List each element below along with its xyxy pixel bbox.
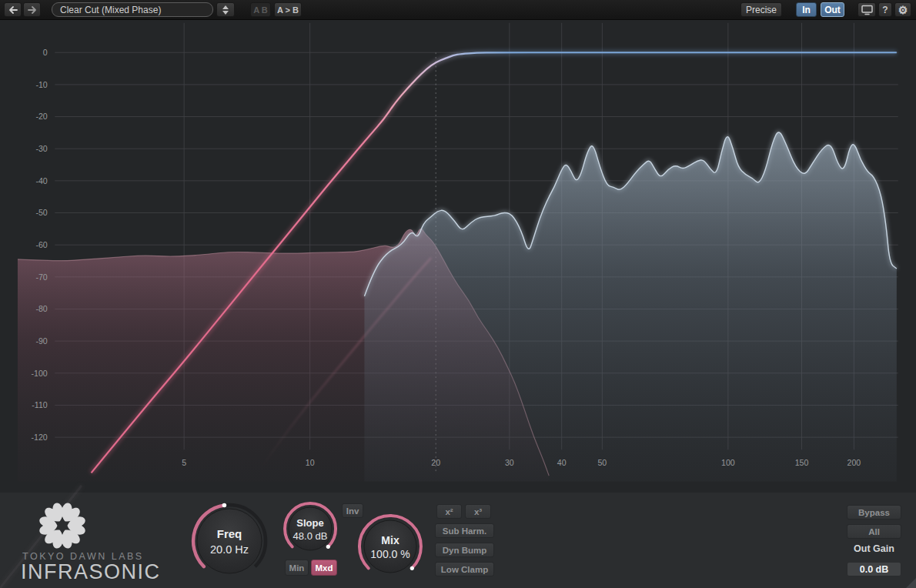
preset-forward-button[interactable] <box>23 2 41 17</box>
help-button[interactable]: ? <box>878 2 892 17</box>
knob-body <box>289 507 332 550</box>
knob-label: Freq <box>217 527 242 540</box>
svg-text:10: 10 <box>306 458 315 467</box>
precise-button[interactable]: Precise <box>740 2 782 17</box>
low-clamp-button[interactable]: Low Clamp <box>435 562 494 576</box>
svg-text:-30: -30 <box>35 144 47 153</box>
stepper-up-icon[interactable] <box>222 5 229 9</box>
preset-back-button[interactable] <box>4 2 22 17</box>
dyn-bump-button[interactable]: Dyn Bump <box>435 543 494 557</box>
svg-text:-10: -10 <box>35 80 47 89</box>
bypass-all-button[interactable]: All <box>847 524 901 539</box>
svg-text:50: 50 <box>597 458 607 467</box>
knob-body <box>364 520 416 573</box>
svg-text:30: 30 <box>505 458 514 467</box>
knob-indicator-dot <box>222 503 227 508</box>
x3-button[interactable]: x³ <box>465 504 491 519</box>
svg-text:150: 150 <box>795 458 809 467</box>
svg-text:-80: -80 <box>35 304 47 313</box>
preset-stepper[interactable] <box>216 2 235 17</box>
sub-harmonics-button[interactable]: Sub Harm. <box>435 523 494 538</box>
svg-text:-60: -60 <box>35 240 47 249</box>
knob-value: 20.0 Hz <box>210 543 249 556</box>
toolbar: Clear Cut (Mixed Phase) A B A > B Precis… <box>0 0 916 20</box>
bypass-button[interactable]: Bypass <box>847 505 901 520</box>
knob-indicator-dot <box>410 566 414 570</box>
knob-label: Mix <box>381 534 399 546</box>
help-icon: ? <box>882 5 888 15</box>
svg-text:200: 200 <box>847 458 861 467</box>
invert-button[interactable]: Inv <box>342 503 363 518</box>
svg-text:5: 5 <box>182 458 186 467</box>
spectrum-display[interactable]: 0-10-20-30-40-50-60-70-80-90-100-110-120… <box>0 19 916 493</box>
svg-text:-100: -100 <box>32 369 48 378</box>
out-gain-label: Out Gain <box>847 543 901 554</box>
resize-grip[interactable] <box>906 578 916 588</box>
svg-text:-40: -40 <box>35 176 47 185</box>
svg-text:0: 0 <box>43 48 48 57</box>
svg-text:-120: -120 <box>32 433 48 442</box>
phase-min-button[interactable]: Min <box>285 560 309 576</box>
preset-name: Clear Cut (Mixed Phase) <box>60 5 161 15</box>
display-mode-button[interactable] <box>857 2 876 17</box>
ab-copy-button[interactable]: A > B <box>274 2 302 17</box>
stepper-down-icon[interactable] <box>222 11 229 15</box>
knob-indicator-dot <box>326 545 330 549</box>
knob-body <box>197 509 262 573</box>
knob-label: Slope <box>296 517 323 529</box>
tdl-flower-logo <box>38 502 86 550</box>
phase-mixed-button[interactable]: Mxd <box>311 560 337 576</box>
freq-knob[interactable]: Freq 20.0 Hz <box>185 496 274 586</box>
svg-text:40: 40 <box>557 458 567 467</box>
forward-arrow-icon <box>26 5 38 15</box>
svg-text:-50: -50 <box>35 208 47 217</box>
back-arrow-icon <box>7 5 19 15</box>
svg-text:-90: -90 <box>35 336 47 346</box>
settings-button[interactable]: ⚙ <box>894 2 911 17</box>
slope-knob[interactable]: Slope 48.0 dB <box>279 498 341 560</box>
plugin-window: Clear Cut (Mixed Phase) A B A > B Precis… <box>0 0 916 588</box>
svg-text:20: 20 <box>431 458 440 467</box>
knob-value: 100.0 % <box>370 548 410 560</box>
preset-selector[interactable]: Clear Cut (Mixed Phase) <box>52 2 213 17</box>
x2-button[interactable]: x² <box>436 504 462 519</box>
svg-text:-70: -70 <box>35 272 47 282</box>
svg-text:100: 100 <box>721 458 735 467</box>
knob-value: 48.0 dB <box>293 530 328 542</box>
ab-toggle-button[interactable]: A B <box>250 2 271 17</box>
gear-icon: ⚙ <box>898 4 908 16</box>
mix-knob[interactable]: Mix 100.0 % <box>356 512 425 581</box>
monitor-icon <box>861 4 874 15</box>
svg-text:-110: -110 <box>32 400 47 409</box>
out-gain-value[interactable]: 0.0 dB <box>847 562 901 576</box>
meter-out-button[interactable]: Out <box>821 2 844 17</box>
control-panel: TOKYO DAWN LABS INFRASONIC Freq 20.0 Hz … <box>0 493 916 588</box>
svg-text:-20: -20 <box>35 112 47 121</box>
meter-in-button[interactable]: In <box>796 2 817 17</box>
output-spectrum-area <box>364 132 896 482</box>
